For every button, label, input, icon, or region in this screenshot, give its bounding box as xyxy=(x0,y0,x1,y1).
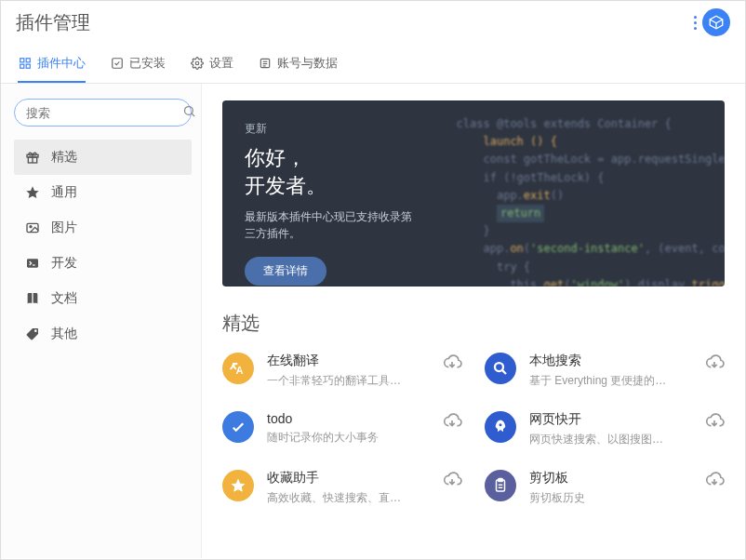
more-menu-icon[interactable] xyxy=(694,16,697,30)
download-icon[interactable] xyxy=(704,470,725,490)
star-icon xyxy=(25,185,40,200)
download-icon[interactable] xyxy=(442,470,462,490)
plugin-card[interactable]: 本地搜索基于 Everything 更便捷的… xyxy=(485,353,725,389)
rocket-icon xyxy=(485,411,516,443)
category-general[interactable]: 通用 xyxy=(14,175,192,210)
category-featured[interactable]: 精选 xyxy=(14,140,192,175)
tag-icon xyxy=(25,327,40,341)
list-icon xyxy=(258,57,272,71)
svg-rect-4 xyxy=(26,64,30,68)
plugin-title: 剪切板 xyxy=(529,470,691,487)
section-title: 精选 xyxy=(222,311,725,336)
svg-marker-16 xyxy=(26,186,38,198)
svg-point-18 xyxy=(30,226,32,228)
hero-title: 你好，开发者。 xyxy=(245,144,421,199)
plugin-desc: 高效收藏、快速搜索、直… xyxy=(267,490,429,506)
svg-line-12 xyxy=(192,113,194,116)
hero-banner: 更新 你好，开发者。 最新版本插件中心现已支持收录第三方插件。 查看详情 cla… xyxy=(222,100,725,287)
svg-rect-19 xyxy=(27,259,38,267)
category-label: 图片 xyxy=(51,220,77,236)
hero-code-preview: class @tools extends Container { launch … xyxy=(444,100,725,287)
svg-rect-3 xyxy=(20,64,23,68)
plugin-card[interactable]: 在线翻译一个非常轻巧的翻译工具… xyxy=(222,353,462,389)
tab-label: 设置 xyxy=(209,55,233,72)
plugin-desc: 一个非常轻巧的翻译工具… xyxy=(267,373,429,389)
svg-marker-23 xyxy=(232,479,246,492)
category-label: 其他 xyxy=(51,326,77,342)
svg-point-6 xyxy=(195,61,199,65)
clipboard-icon xyxy=(485,470,516,501)
plugin-title: 网页快开 xyxy=(529,411,691,428)
category-document[interactable]: 文档 xyxy=(14,281,192,316)
check-icon xyxy=(222,411,254,443)
search-bold-icon xyxy=(485,353,516,384)
plugin-desc: 剪切板历史 xyxy=(529,490,691,506)
gift-icon xyxy=(25,150,40,165)
category-label: 通用 xyxy=(51,184,77,201)
download-icon[interactable] xyxy=(442,353,462,373)
hero-tag: 更新 xyxy=(245,121,421,137)
svg-rect-2 xyxy=(26,59,30,62)
plugin-title: 在线翻译 xyxy=(267,353,429,369)
hero-details-button[interactable]: 查看详情 xyxy=(245,257,326,286)
image-icon xyxy=(25,220,40,235)
plugin-desc: 随时记录你的大小事务 xyxy=(267,430,429,446)
plugin-title: todo xyxy=(267,411,429,426)
category-development[interactable]: 开发 xyxy=(14,246,192,281)
tab-plugin-center[interactable]: 插件中心 xyxy=(18,46,86,83)
category-other[interactable]: 其他 xyxy=(14,316,192,352)
svg-line-22 xyxy=(502,370,506,374)
search-icon xyxy=(182,104,196,122)
download-icon[interactable] xyxy=(442,411,462,432)
hero-subtitle: 最新版本插件中心现已支持收录第三方插件。 xyxy=(245,208,421,242)
category-image[interactable]: 图片 xyxy=(14,210,192,246)
plugin-desc: 基于 Everything 更便捷的… xyxy=(529,373,691,389)
tab-installed[interactable]: 已安装 xyxy=(110,46,166,83)
plugin-grid: 在线翻译一个非常轻巧的翻译工具… 本地搜索基于 Everything 更便捷的…… xyxy=(222,353,725,506)
tab-bar: 插件中心 已安装 设置 账号与数据 xyxy=(1,46,745,84)
check-square-icon xyxy=(110,57,124,71)
app-logo[interactable] xyxy=(702,8,730,36)
plugin-card[interactable]: 收藏助手高效收藏、快速搜索、直… xyxy=(222,470,462,506)
download-icon[interactable] xyxy=(704,411,725,432)
book-icon xyxy=(25,291,40,306)
category-label: 精选 xyxy=(51,149,77,166)
star-fill-icon xyxy=(222,470,254,501)
plugin-card[interactable]: 网页快开网页快速搜索、以图搜图… xyxy=(485,411,725,447)
svg-rect-25 xyxy=(499,479,503,482)
terminal-icon xyxy=(25,256,40,271)
plugin-card[interactable]: todo随时记录你的大小事务 xyxy=(222,411,462,447)
gear-icon xyxy=(190,57,204,71)
svg-point-21 xyxy=(495,363,503,371)
svg-rect-1 xyxy=(20,59,23,62)
plugin-desc: 网页快速搜索、以图搜图… xyxy=(529,432,691,447)
plugin-card[interactable]: 剪切板剪切板历史 xyxy=(485,470,725,506)
page-title: 插件管理 xyxy=(16,10,90,35)
category-label: 开发 xyxy=(51,255,77,272)
search-box[interactable] xyxy=(14,99,192,127)
svg-point-11 xyxy=(185,106,193,114)
download-icon[interactable] xyxy=(704,353,725,373)
plugin-title: 本地搜索 xyxy=(529,353,691,369)
tab-label: 已安装 xyxy=(129,55,166,72)
translate-icon xyxy=(222,353,254,384)
tab-label: 账号与数据 xyxy=(277,55,338,72)
tab-account-data[interactable]: 账号与数据 xyxy=(258,46,338,83)
category-label: 文档 xyxy=(51,290,77,307)
grid-icon xyxy=(18,57,32,71)
tab-settings[interactable]: 设置 xyxy=(190,46,233,83)
search-input[interactable] xyxy=(26,106,182,120)
tab-label: 插件中心 xyxy=(37,55,86,72)
svg-rect-5 xyxy=(112,59,122,69)
sidebar: 精选 通用 图片 开发 文档 其他 xyxy=(1,84,202,558)
plugin-title: 收藏助手 xyxy=(267,470,429,487)
